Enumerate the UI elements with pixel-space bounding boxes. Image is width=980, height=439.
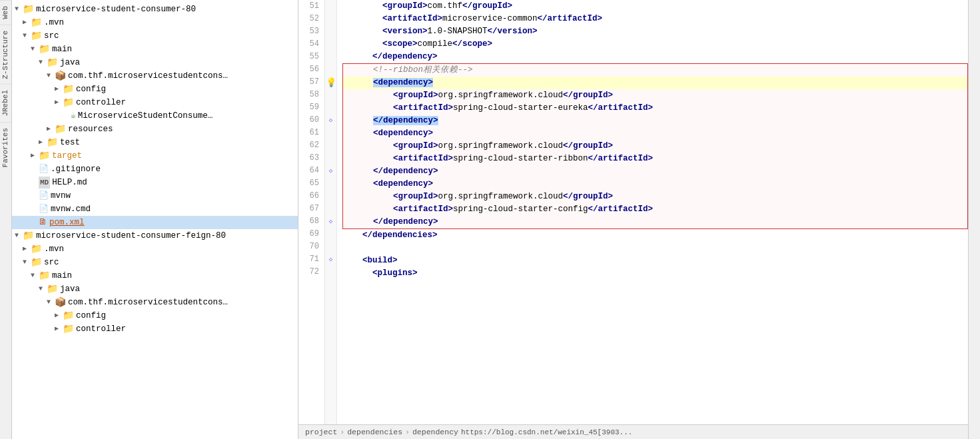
arrow-controller-1[interactable]: ▶: [55, 97, 63, 109]
gutter-66: [325, 190, 336, 203]
code-line-71: <build>: [342, 254, 968, 267]
gutter-53: [325, 25, 336, 38]
folder-icon-target1: 📁: [39, 150, 50, 162]
line-numbers: 51 52 53 54 55 56 57 58 59 60 61 62 63 6…: [298, 0, 325, 424]
gutter-63: [325, 152, 336, 165]
tree-item-java-2[interactable]: ▼ 📁 java: [12, 282, 298, 296]
tree-item-mvn-1[interactable]: ▶ 📁 .mvn: [12, 16, 298, 29]
tree-item-help-1[interactable]: MD HELP.md: [12, 176, 298, 189]
label-src-2: src: [44, 256, 59, 268]
label-mainclass-1: MicroserviceStudentConsume…: [78, 110, 213, 122]
arrow-help-1: [31, 177, 39, 189]
tree-item-controller-2[interactable]: ▶ 📁 controller: [12, 322, 298, 336]
arrow-test-1[interactable]: ▶: [39, 137, 47, 149]
label-main-1: main: [52, 43, 72, 55]
file-icon-mvnw1: 📄: [39, 190, 49, 202]
tree-item-main-2[interactable]: ▼ 📁 main: [12, 269, 298, 282]
arrow-mvn-2[interactable]: ▶: [23, 243, 31, 255]
code-line-54: <scope>compile</scope>: [342, 38, 968, 51]
arrow-src-2[interactable]: ▼: [23, 256, 31, 268]
editor-panel: 51 52 53 54 55 56 57 58 59 60 61 62 63 6…: [298, 0, 968, 439]
jrebel-tab[interactable]: JRebel: [0, 84, 11, 122]
module-icon-feign80: 📁: [23, 230, 34, 242]
tree-item-test-1[interactable]: ▶ 📁 test: [12, 136, 298, 149]
breadcrumb-project: project: [305, 428, 337, 436]
tree-item-main-1[interactable]: ▼ 📁 main: [12, 43, 298, 56]
code-area[interactable]: <groupId>com.thf</groupId> <artifactId>m…: [337, 0, 968, 424]
editor-content: 51 52 53 54 55 56 57 58 59 60 61 62 63 6…: [298, 0, 968, 424]
label-controller-2: controller: [76, 323, 126, 335]
arrow-mvn-1[interactable]: ▶: [23, 17, 31, 29]
arrow-main-1[interactable]: ▼: [31, 43, 39, 55]
gutter-52: [325, 13, 336, 25]
arrow-feign-80[interactable]: ▼: [15, 230, 23, 242]
label-controller-1: controller: [76, 97, 126, 109]
code-line-67: <artifactId>spring-cloud-starter-config<…: [343, 203, 967, 216]
folder-icon-main2: 📁: [39, 270, 50, 282]
folder-icon-controller1: 📁: [63, 97, 74, 109]
code-line-60: </dependency>: [343, 115, 967, 127]
label-mvnwcmd-1: mvnw.cmd: [51, 203, 91, 215]
gutter-68: ◇: [325, 215, 336, 228]
label-target-1: target: [52, 150, 82, 162]
folder-icon-config2: 📁: [63, 310, 74, 322]
arrow-main-2[interactable]: ▼: [31, 270, 39, 282]
tree-item-resources-1[interactable]: ▶ 📁 resources: [12, 123, 298, 136]
tree-item-mvn-2[interactable]: ▶ 📁 .mvn: [12, 242, 298, 256]
tree-item-pom-1[interactable]: 🗎 pom.xml: [12, 216, 298, 229]
label-config-2: config: [76, 310, 106, 322]
tree-item-config-1[interactable]: ▶ 📁 config: [12, 83, 298, 96]
arrow-controller-2[interactable]: ▶: [55, 323, 63, 335]
tree-item-src-2[interactable]: ▼ 📁 src: [12, 256, 298, 269]
label-test-1: test: [60, 137, 80, 149]
arrow-config-1[interactable]: ▶: [55, 83, 63, 95]
tree-item-mainclass-1[interactable]: ☕ MicroserviceStudentConsume…: [12, 109, 298, 123]
label-src-1: src: [44, 30, 59, 42]
gutter-65: [325, 177, 336, 190]
tree-item-mvnw-1[interactable]: 📄 mvnw: [12, 189, 298, 203]
label-feign-80: microservice-student-consumer-feign-80: [36, 230, 226, 242]
tree-item-src-1[interactable]: ▼ 📁 src: [12, 29, 298, 43]
tree-item-consumer-80[interactable]: ▼ 📁 microservice-student-consumer-80: [12, 3, 298, 16]
folder-icon-controller2: 📁: [63, 323, 74, 335]
tree-item-controller-1[interactable]: ▶ 📁 controller: [12, 96, 298, 109]
red-box-block: <!--ribbon相关依赖--> <dependency> <groupId>…: [342, 63, 968, 229]
tree-item-gitignore-1[interactable]: 📄 .gitignore: [12, 163, 298, 176]
folder-icon-test1: 📁: [47, 137, 58, 149]
tree-item-pkg-2[interactable]: ▼ 📦 com.thf.microservicestudentcons…: [12, 296, 298, 309]
arrow-java-1[interactable]: ▼: [39, 57, 47, 69]
folder-icon-java1: 📁: [47, 57, 58, 69]
folder-icon-config1: 📁: [63, 83, 74, 95]
z-structure-tab[interactable]: Z-Structure: [0, 25, 11, 85]
gutter-69: [325, 228, 336, 240]
tree-item-target-1[interactable]: ▶ 📁 target: [12, 149, 298, 163]
label-pom-1: pom.xml: [49, 217, 85, 228]
arrow-consumer-80[interactable]: ▼: [15, 3, 23, 15]
label-mvnw-1: mvnw: [51, 190, 71, 202]
gutter-56: [325, 63, 336, 76]
arrow-pkg-2[interactable]: ▼: [47, 296, 55, 308]
arrow-mvnw-1: [31, 190, 39, 202]
folder-icon-resources1: 📁: [55, 123, 66, 135]
arrow-pkg-1[interactable]: ▼: [47, 70, 55, 82]
folder-icon-src2: 📁: [31, 256, 42, 268]
arrow-config-2[interactable]: ▶: [55, 310, 63, 322]
lightbulb-icon[interactable]: 💡: [326, 77, 336, 88]
tree-item-mvnwcmd-1[interactable]: 📄 mvnw.cmd: [12, 203, 298, 216]
arrow-src-1[interactable]: ▼: [23, 30, 31, 42]
code-line-59: <artifactId>spring-cloud-starter-eureka<…: [343, 102, 967, 115]
web-tab[interactable]: Web: [0, 0, 11, 25]
label-mvn-1: .mvn: [44, 17, 64, 29]
gutter-64: ◇: [325, 165, 336, 177]
label-mvn-2: .mvn: [44, 243, 64, 255]
favorites-tab[interactable]: Favorites: [0, 122, 11, 173]
arrow-target-1[interactable]: ▶: [31, 150, 39, 162]
code-line-72: <plugins>: [342, 267, 968, 280]
arrow-resources-1[interactable]: ▶: [47, 123, 55, 135]
tree-item-config-2[interactable]: ▶ 📁 config: [12, 309, 298, 322]
tree-item-feign-80[interactable]: ▼ 📁 microservice-student-consumer-feign-…: [12, 229, 298, 242]
arrow-java-2[interactable]: ▼: [39, 283, 47, 295]
tree-item-java-1[interactable]: ▼ 📁 java: [12, 56, 298, 69]
tree-item-pkg-1[interactable]: ▼ 📦 com.thf.microservicestudentcons…: [12, 69, 298, 83]
code-line-58: <groupId>org.springframework.cloud</grou…: [343, 89, 967, 102]
